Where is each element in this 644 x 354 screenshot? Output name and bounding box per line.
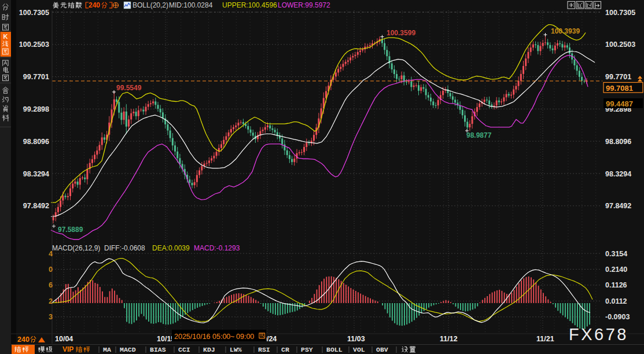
svg-text:2: 2 — [49, 297, 53, 305]
svg-text:99.2898: 99.2898 — [23, 105, 49, 113]
svg-text:MACD: MACD — [120, 346, 136, 353]
svg-text:100.2503: 100.2503 — [19, 40, 49, 49]
svg-text:97.8492: 97.8492 — [23, 202, 49, 210]
svg-text:100.7305: 100.7305 — [605, 9, 635, 17]
svg-text:100.3599: 100.3599 — [387, 29, 415, 37]
svg-text:240: 240 — [17, 335, 30, 344]
svg-text:BOLL: BOLL — [326, 346, 343, 353]
svg-text:RSI: RSI — [258, 346, 270, 353]
svg-text:-0.0903: -0.0903 — [605, 313, 630, 321]
svg-text:98.8096: 98.8096 — [23, 138, 49, 146]
svg-text:10/04: 10/04 — [55, 335, 73, 343]
svg-text:KDJ: KDJ — [203, 346, 215, 353]
svg-text:240: 240 — [89, 1, 100, 9]
svg-text:98.3294: 98.3294 — [605, 170, 631, 178]
svg-text:MID:100.0284: MID:100.0284 — [169, 1, 213, 9]
svg-text:97.5889: 97.5889 — [58, 226, 83, 234]
svg-text:UPPER:100.4596: UPPER:100.4596 — [222, 1, 277, 9]
svg-text:DEA:0.0039: DEA:0.0039 — [152, 244, 190, 252]
svg-text:2025/10/16 05:00: 2025/10/16 05:00 — [174, 333, 230, 341]
svg-text:3: 3 — [49, 313, 53, 321]
svg-text:99.7081: 99.7081 — [606, 84, 633, 93]
svg-text:0.1126: 0.1126 — [605, 281, 627, 289]
svg-text:MA: MA — [103, 346, 111, 353]
svg-text:100.2503: 100.2503 — [605, 40, 635, 49]
svg-text:99.7701: 99.7701 — [23, 73, 49, 81]
svg-text:98.8096: 98.8096 — [605, 138, 631, 146]
svg-text:0.3154: 0.3154 — [605, 250, 627, 258]
svg-text:99.4487: 99.4487 — [606, 99, 633, 108]
svg-text:DIFF:-0.0608: DIFF:-0.0608 — [104, 244, 145, 252]
svg-text:CCI: CCI — [178, 346, 190, 353]
svg-text:BOLL(20,2): BOLL(20,2) — [133, 1, 168, 9]
svg-text:6: 6 — [49, 281, 53, 289]
svg-text:11/21: 11/21 — [536, 335, 554, 343]
svg-text:0.0112: 0.0112 — [605, 297, 627, 305]
svg-text:11/12: 11/12 — [440, 335, 458, 343]
svg-text:99.7701: 99.7701 — [605, 73, 631, 81]
svg-text:BIAS: BIAS — [150, 346, 166, 353]
svg-text:CR: CR — [281, 346, 289, 353]
svg-text:K: K — [3, 33, 8, 40]
svg-text:11/03: 11/03 — [347, 335, 365, 343]
svg-text:0.2140: 0.2140 — [605, 266, 627, 274]
svg-text:LOWER:99.5972: LOWER:99.5972 — [278, 1, 330, 9]
svg-text:MACD(26,12,9): MACD(26,12,9) — [52, 244, 100, 252]
svg-text:97.8492: 97.8492 — [605, 202, 631, 210]
svg-text:98.9877: 98.9877 — [466, 131, 492, 139]
svg-text:PSY: PSY — [301, 346, 313, 353]
svg-text:100.3939: 100.3939 — [551, 27, 580, 35]
svg-text:100.7305: 100.7305 — [19, 9, 49, 17]
svg-text:~: ~ — [230, 333, 234, 341]
svg-text:FX678: FX678 — [569, 325, 628, 344]
svg-text:MACD:-0.1293: MACD:-0.1293 — [194, 244, 240, 252]
svg-text:0: 0 — [49, 266, 53, 274]
svg-text:LW%: LW% — [230, 346, 242, 353]
svg-text:09:00: 09:00 — [236, 333, 254, 341]
svg-text:98.3294: 98.3294 — [23, 170, 49, 178]
svg-text:OBV: OBV — [376, 346, 388, 353]
svg-text:VIP: VIP — [62, 345, 73, 353]
svg-text:VOL: VOL — [353, 346, 365, 353]
svg-text:99.5549: 99.5549 — [116, 84, 142, 92]
